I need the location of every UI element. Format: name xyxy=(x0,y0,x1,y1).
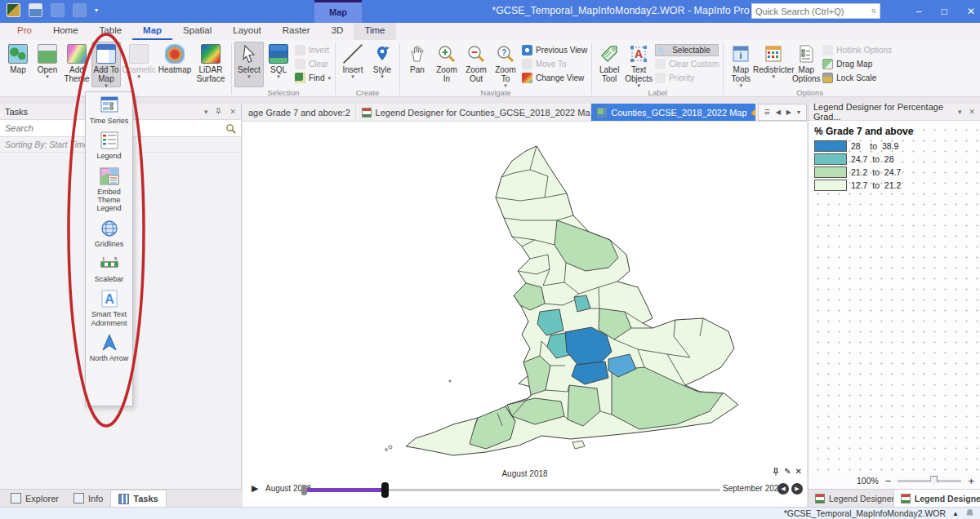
pan-button[interactable]: Pan xyxy=(403,42,432,87)
panel-close-icon[interactable]: ✕ xyxy=(229,108,236,116)
save-icon[interactable] xyxy=(29,3,42,17)
quick-search-input[interactable] xyxy=(755,7,871,16)
legend-swatch xyxy=(814,153,847,165)
menu-item-gridlines[interactable]: Gridlines xyxy=(86,219,132,248)
workspace-icon[interactable] xyxy=(7,3,20,17)
legend-class-row[interactable]: 12.7 to 21.2 xyxy=(814,180,913,191)
previous-view-button[interactable]: Previous View xyxy=(522,44,587,56)
close-button[interactable]: ✕ xyxy=(967,6,975,17)
map-button[interactable]: Map xyxy=(3,42,33,87)
document-tab-counties-map[interactable]: Counties_GCSE_2018_2022 Map ◆ ✕ xyxy=(591,104,755,121)
slider-pin-icon[interactable] xyxy=(772,468,780,476)
heatmap-button[interactable]: Heatmap xyxy=(157,42,193,87)
slider-edit-icon[interactable]: ✎ xyxy=(784,467,791,476)
open-button[interactable]: Open ▾ xyxy=(33,42,62,87)
tab-home[interactable]: Home xyxy=(42,23,89,40)
text-objects-button[interactable]: A Text Objects ▾ xyxy=(624,42,653,87)
find-icon xyxy=(295,73,305,83)
menu-item-smart-text-adornment[interactable]: A Smart Text Adornment xyxy=(86,289,132,327)
tab-pro[interactable]: Pro xyxy=(7,23,42,40)
panel-pin-icon[interactable] xyxy=(215,108,222,115)
select-caret-icon: ▾ xyxy=(247,74,251,79)
style-button[interactable]: Style ▾ xyxy=(368,42,397,87)
zoom-out-minus-icon[interactable]: − xyxy=(885,475,892,487)
map-canvas[interactable]: August 2018 ✎ ✕ ▶ August 2018 xyxy=(243,122,807,507)
panel-close-icon[interactable]: ✕ xyxy=(969,108,975,116)
quick-search-box[interactable] xyxy=(751,3,880,19)
menu-item-north-arrow[interactable]: North Arrow xyxy=(86,333,132,362)
scroll-tabs-right-icon[interactable]: ▶ xyxy=(786,109,791,116)
dock-tab-explorer[interactable]: Explorer xyxy=(3,490,66,507)
legend-frame[interactable]: % Grade 7 and above 28 to 38.9 24.7 to 2… xyxy=(814,126,913,193)
play-icon[interactable]: ▶ xyxy=(252,483,258,494)
menu-item-embed-theme-legend[interactable]: Embed Theme Legend xyxy=(86,166,132,213)
zoom-to-button[interactable]: ? Zoom To ▾ xyxy=(491,42,520,87)
search-icon[interactable] xyxy=(871,6,876,16)
cosmetic-button[interactable]: Cosmetic ▾ xyxy=(121,42,157,87)
zoom-out-button[interactable]: Zoom Out xyxy=(461,42,491,87)
slider-start-handle[interactable] xyxy=(301,485,307,495)
scroll-tabs-left-icon[interactable]: ◀ xyxy=(776,109,781,116)
legend-designer-tab-2[interactable]: Legend Designe... xyxy=(893,490,980,507)
change-view-button[interactable]: Change View xyxy=(522,72,587,84)
tab-list-icon[interactable]: ☰ xyxy=(764,109,770,116)
group-divider xyxy=(231,43,232,95)
add-to-map-button[interactable]: Add To Map ▾ xyxy=(91,42,121,87)
tab-table[interactable]: Table xyxy=(89,23,133,40)
legend-class-row[interactable]: 24.7 to 28 xyxy=(814,153,913,165)
map-tools-icon: i xyxy=(731,44,751,64)
panel-collapse-icon[interactable]: ▾ xyxy=(204,108,208,116)
selectable-button[interactable]: Selectable xyxy=(655,44,719,56)
drag-map-button[interactable]: Drag Map xyxy=(822,58,892,70)
customize-qat-caret[interactable]: ▾ xyxy=(95,7,98,14)
zoom-in-plus-icon[interactable]: + xyxy=(968,475,974,487)
england-counties-map[interactable] xyxy=(243,122,807,468)
legend-class-row[interactable]: 28 to 38.9 xyxy=(814,140,913,152)
time-slider-row: ▶ August 2018 September 2022 ◀ ▶ xyxy=(243,480,807,498)
document-tab-percentage-grade[interactable]: age Grade 7 and above:2 ✕ xyxy=(243,104,356,121)
notifications-bell-icon[interactable] xyxy=(965,508,974,518)
redistricter-button[interactable]: Redistricter ▾ xyxy=(755,42,791,87)
panel-collapse-icon[interactable]: ▾ xyxy=(958,108,962,116)
select-button[interactable]: Select ▾ xyxy=(234,42,264,87)
tab-spatial[interactable]: Spatial xyxy=(172,23,222,40)
zoom-in-button[interactable]: Zoom In xyxy=(432,42,461,87)
menu-item-time-series[interactable]: Time Series xyxy=(86,95,132,125)
tab-menu-caret-icon[interactable]: ▾ xyxy=(797,109,800,116)
tab-map[interactable]: Map xyxy=(132,23,172,40)
tab-raster[interactable]: Raster xyxy=(272,23,321,40)
legend-design-surface[interactable]: % Grade 7 and above 28 to 38.9 24.7 to 2… xyxy=(808,121,980,472)
restore-button[interactable]: □ xyxy=(942,6,947,17)
insert-button[interactable]: Insert ▾ xyxy=(338,42,368,87)
slider-current-handle[interactable] xyxy=(381,482,389,498)
menu-item-scalebar[interactable]: 15 Scalebar xyxy=(86,254,132,283)
document-tab-legend-designer[interactable]: Legend Designer for Counties_GCSE_2018_2… xyxy=(356,104,592,121)
lidar-surface-button[interactable]: LiDAR Surface xyxy=(193,42,229,87)
minimize-button[interactable]: – xyxy=(916,6,922,17)
status-expand-icon[interactable]: ▲ xyxy=(952,510,959,517)
text-objects-icon: A xyxy=(629,44,648,64)
lock-scale-button[interactable]: Lock Scale xyxy=(822,72,892,84)
legend-icon xyxy=(99,131,120,150)
add-theme-button[interactable]: Add Theme xyxy=(62,42,91,87)
legend-class-row[interactable]: 21.2 to 24.7 xyxy=(814,166,913,178)
sql-button[interactable]: SQL ▾ xyxy=(264,42,293,87)
search-icon[interactable] xyxy=(225,123,236,134)
tab-3d[interactable]: 3D xyxy=(321,23,354,40)
step-back-button[interactable]: ◀ xyxy=(777,483,789,495)
legend-designer-tab-1[interactable]: Legend Designer... xyxy=(808,490,893,507)
dock-tab-info[interactable]: Info xyxy=(66,490,110,507)
tab-layout[interactable]: Layout xyxy=(222,23,272,40)
dock-tab-tasks[interactable]: Tasks xyxy=(110,490,166,507)
label-tool-button[interactable]: Label Tool xyxy=(595,42,624,87)
zoom-slider[interactable] xyxy=(898,480,961,482)
menu-item-legend[interactable]: Legend xyxy=(86,131,132,160)
info-icon xyxy=(74,493,84,503)
slider-close-icon[interactable]: ✕ xyxy=(795,467,802,476)
map-tools-button[interactable]: i Map Tools ▾ xyxy=(726,42,755,87)
zoom-slider-thumb[interactable] xyxy=(930,476,938,486)
tab-time[interactable]: Time xyxy=(354,23,395,40)
step-forward-button[interactable]: ▶ xyxy=(791,483,803,495)
find-button[interactable]: Find ▾ xyxy=(295,72,331,84)
map-options-button[interactable]: Map Options xyxy=(791,42,821,87)
